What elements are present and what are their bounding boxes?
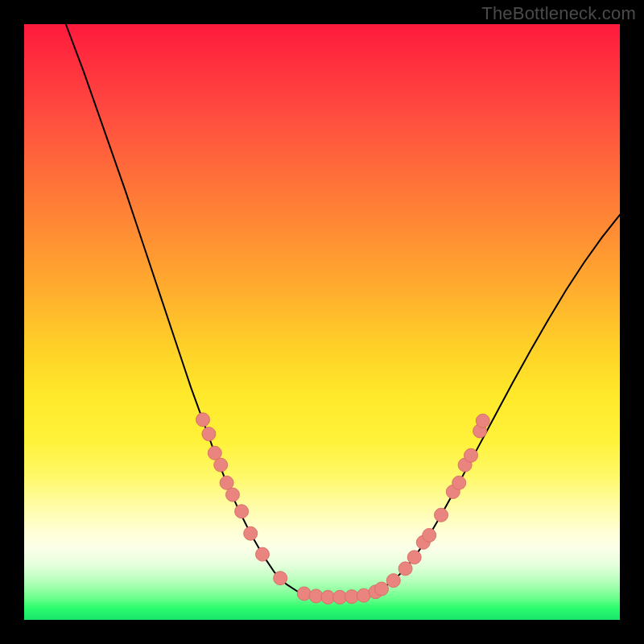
data-dot <box>398 562 412 576</box>
plot-area <box>24 24 620 620</box>
data-dot <box>214 458 228 472</box>
data-dot <box>255 547 269 561</box>
data-dot <box>407 551 421 564</box>
curve-path <box>66 24 620 597</box>
data-dot <box>244 526 258 540</box>
data-dot <box>225 488 239 502</box>
data-dot <box>274 572 287 585</box>
data-dot <box>464 448 477 462</box>
data-dot <box>202 427 216 441</box>
data-dot <box>452 476 466 489</box>
data-dot <box>345 590 358 604</box>
data-dot <box>235 505 249 518</box>
data-dot <box>423 528 436 542</box>
data-dot <box>434 508 448 522</box>
data-dot <box>220 476 233 489</box>
chart-frame: TheBottleneck.com <box>0 0 644 644</box>
data-dot <box>476 414 489 427</box>
data-dot <box>309 589 323 603</box>
chart-svg <box>24 24 620 620</box>
watermark-text: TheBottleneck.com <box>481 3 636 24</box>
data-dot <box>297 587 311 601</box>
data-dot <box>196 413 209 427</box>
data-dot <box>386 574 400 588</box>
data-dot <box>357 588 370 602</box>
data-dot <box>208 446 221 460</box>
data-dot <box>374 582 388 596</box>
